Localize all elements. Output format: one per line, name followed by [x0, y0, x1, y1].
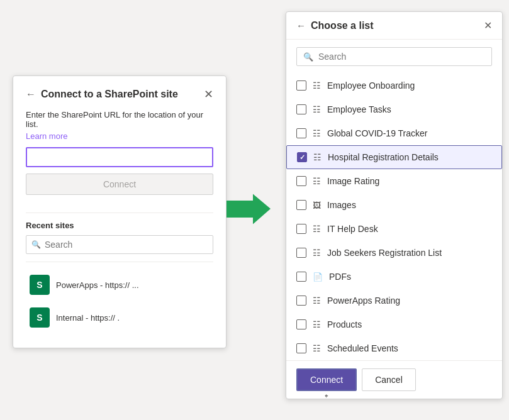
list-icon-products: ☷: [313, 319, 321, 329]
checkbox-scheduled-events[interactable]: [296, 343, 306, 353]
checkbox-it-help-desk[interactable]: [296, 224, 306, 234]
site-name-internal: Internal - https:// .: [56, 313, 120, 323]
back-arrow-icon[interactable]: ←: [26, 89, 36, 100]
list-icon-employee-onboarding: ☷: [313, 80, 321, 91]
site-item-internal[interactable]: S Internal - https:// .: [26, 302, 213, 333]
right-panel-header: ← Choose a list ✕: [286, 12, 502, 40]
label-job-seekers: Job Seekers Registration List: [327, 248, 442, 258]
label-employee-tasks: Employee Tasks: [327, 104, 391, 114]
cursor-indicator: ⌖: [325, 392, 328, 399]
list-icon-image-rating: ☷: [313, 176, 321, 186]
left-panel-close-button[interactable]: ✕: [204, 89, 213, 100]
list-icon-pdfs: 📄: [313, 272, 323, 282]
checkbox-covid-tracker[interactable]: [296, 128, 306, 138]
site-name-powerapps: PowerApps - https:// ...: [56, 280, 139, 290]
left-connect-button[interactable]: Connect: [26, 174, 213, 195]
list-item-covid-tracker[interactable]: ☷ Global COVID-19 Tracker: [286, 121, 502, 145]
left-panel-description: Enter the SharePoint URL for the locatio…: [26, 110, 213, 129]
learn-more-link[interactable]: Learn more: [26, 131, 213, 141]
list-icon-powerapps-rating: ☷: [313, 296, 321, 306]
list-item-scheduled-events[interactable]: ☷ Scheduled Events: [286, 336, 502, 360]
list-icon-it-help-desk: ☷: [313, 224, 321, 234]
right-panel: ← Choose a list ✕ 🔍 ☷ Employee Onboardin…: [286, 11, 503, 399]
right-panel-search-box: 🔍: [296, 47, 492, 66]
recent-sites-search-input[interactable]: [45, 240, 208, 250]
list-item-powerapps-rating[interactable]: ☷ PowerApps Rating: [286, 289, 502, 312]
list-icon-images: 🖼: [313, 201, 321, 210]
label-it-help-desk: IT Help Desk: [327, 224, 378, 234]
list-icon-scheduled-events: ☷: [313, 343, 321, 353]
checkbox-hospital-reg[interactable]: [297, 152, 307, 162]
list-item-pdfs[interactable]: 📄 PDFs: [286, 265, 502, 289]
arrow-container: [227, 194, 271, 227]
checkbox-employee-onboarding[interactable]: [296, 80, 306, 91]
left-panel-header: ← Connect to a SharePoint site ✕: [26, 89, 213, 100]
left-panel: ← Connect to a SharePoint site ✕ Enter t…: [13, 75, 227, 348]
right-panel-footer: Connect ⌖ Cancel: [286, 360, 502, 399]
list-item-job-seekers[interactable]: ☷ Job Seekers Registration List: [286, 241, 502, 265]
checkbox-employee-tasks[interactable]: [296, 104, 306, 114]
label-image-rating: Image Rating: [327, 176, 379, 186]
list-item-image-rating[interactable]: ☷ Image Rating: [286, 169, 502, 193]
list-icon-hospital-reg: ☷: [313, 152, 322, 162]
site-item-powerapps[interactable]: S PowerApps - https:// ...: [26, 270, 213, 300]
url-input[interactable]: [26, 147, 213, 167]
checkbox-pdfs[interactable]: [296, 272, 306, 282]
checkbox-image-rating[interactable]: [296, 176, 306, 186]
list-icon-covid-tracker: ☷: [313, 128, 321, 138]
label-hospital-reg: Hospital Registration Details: [328, 152, 439, 162]
checkbox-powerapps-rating[interactable]: [296, 296, 306, 306]
right-panel-title: Choose a list: [311, 20, 479, 31]
list-item-hospital-reg[interactable]: ☷ Hospital Registration Details: [286, 145, 502, 169]
right-connect-button[interactable]: Connect: [296, 368, 357, 391]
recent-sites-label: Recent sites: [26, 221, 213, 230]
svg-marker-0: [227, 194, 271, 224]
right-panel-back-arrow-icon[interactable]: ←: [296, 20, 306, 31]
right-search-icon: 🔍: [303, 52, 313, 62]
main-container: ← Connect to a SharePoint site ✕ Enter t…: [0, 0, 509, 420]
label-pdfs: PDFs: [329, 272, 351, 282]
label-employee-onboarding: Employee Onboarding: [327, 80, 415, 91]
list-items-container: ☷ Employee Onboarding ☷ Employee Tasks ☷…: [286, 74, 502, 360]
site-avatar-internal: S: [30, 307, 50, 328]
list-item-products[interactable]: ☷ Products: [286, 312, 502, 336]
list-item-employee-onboarding[interactable]: ☷ Employee Onboarding: [286, 74, 502, 97]
label-scheduled-events: Scheduled Events: [327, 343, 398, 353]
label-covid-tracker: Global COVID-19 Tracker: [327, 128, 428, 138]
list-item-images[interactable]: 🖼 Images: [286, 193, 502, 217]
divider-2: [26, 262, 213, 262]
checkbox-job-seekers[interactable]: [296, 248, 306, 258]
right-search-input[interactable]: [318, 52, 485, 62]
checkbox-products[interactable]: [296, 319, 306, 329]
left-panel-title: Connect to a SharePoint site: [41, 89, 199, 100]
list-item-it-help-desk[interactable]: ☷ IT Help Desk: [286, 217, 502, 241]
label-products: Products: [327, 319, 362, 329]
divider: [26, 213, 213, 213]
search-icon: 🔍: [31, 240, 41, 249]
right-cancel-button[interactable]: Cancel: [362, 368, 416, 391]
right-arrow-icon: [227, 194, 271, 225]
list-icon-employee-tasks: ☷: [313, 104, 321, 114]
site-avatar-powerapps: S: [30, 275, 50, 295]
right-panel-close-button[interactable]: ✕: [484, 19, 492, 31]
recent-sites-search-box: 🔍: [26, 235, 213, 254]
list-icon-job-seekers: ☷: [313, 248, 321, 258]
list-item-employee-tasks[interactable]: ☷ Employee Tasks: [286, 97, 502, 121]
label-powerapps-rating: PowerApps Rating: [327, 296, 400, 306]
label-images: Images: [327, 200, 356, 210]
checkbox-images[interactable]: [296, 200, 306, 210]
